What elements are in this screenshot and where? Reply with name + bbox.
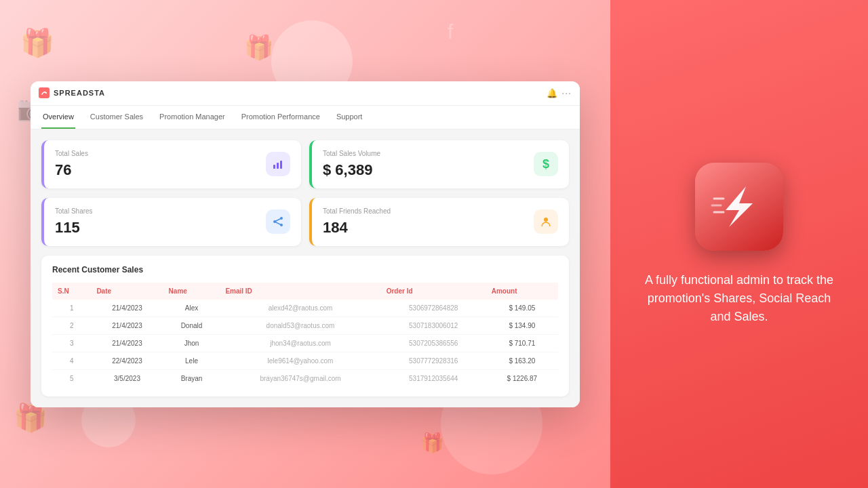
total-shares-label: Total Shares: [55, 207, 93, 215]
logo-icon: [39, 87, 50, 98]
table-title: Recent Customer Sales: [52, 265, 558, 274]
stat-card-left: Total Sales 76: [55, 150, 88, 179]
col-sn: S.N: [52, 283, 91, 300]
stat-card-left: Total Friends Reached 184: [323, 207, 391, 237]
app-window: SPREADSTA 🔔 ··· Overview Customer Sales …: [31, 81, 580, 407]
nav-tabs: Overview Customer Sales Promotion Manage…: [31, 106, 580, 129]
total-shares-value: 115: [55, 219, 93, 237]
svg-point-9: [544, 218, 548, 222]
facebook-icon: f: [448, 20, 453, 43]
cell-order-id: 5306972864828: [381, 300, 486, 317]
col-order-id: Order Id: [381, 283, 486, 300]
dollar-icon: $: [534, 152, 558, 176]
total-sales-label: Total Sales: [55, 150, 88, 157]
total-sales-card: Total Sales 76: [41, 140, 301, 188]
cell-name: Alex: [163, 300, 220, 317]
cell-name: Donald: [163, 317, 220, 334]
cell-amount: $ 1226.87: [486, 369, 558, 387]
tab-customer-sales[interactable]: Customer Sales: [89, 106, 144, 129]
cell-name: Jhon: [163, 334, 220, 352]
svg-rect-3: [280, 161, 282, 169]
table-row: 4 22/4/2023 Lele lele9614@yahoo.com 5307…: [52, 352, 558, 369]
recent-sales-table-section: Recent Customer Sales S.N Date Name Emai…: [41, 256, 569, 396]
svg-line-8: [275, 222, 281, 225]
tab-promotion-performance[interactable]: Promotion Performance: [240, 106, 321, 129]
col-date: Date: [91, 283, 163, 300]
svg-point-0: [45, 92, 47, 94]
cell-sn: 2: [52, 317, 91, 334]
cell-name: Brayan: [163, 369, 220, 387]
tab-support[interactable]: Support: [335, 106, 364, 129]
more-options-icon[interactable]: ···: [561, 87, 572, 98]
cell-email: jhon34@raotus.com: [220, 334, 380, 352]
main-content: Total Sales 76 Total Sales Volume: [31, 129, 580, 407]
table-header-row: S.N Date Name Email ID Order Id Amount: [52, 283, 558, 300]
total-sales-volume-card: Total Sales Volume $ 6,389 $: [309, 140, 569, 188]
cell-email: alexd42@raotus.com: [220, 300, 380, 317]
cell-sn: 1: [52, 300, 91, 317]
cell-sn: 5: [52, 369, 91, 387]
gift-icon: 🎁: [244, 34, 274, 62]
cell-date: 3/5/2023: [91, 369, 163, 387]
cell-email: brayan36747s@gmail.com: [220, 369, 380, 387]
tab-overview[interactable]: Overview: [41, 106, 75, 129]
col-email: Email ID: [220, 283, 380, 300]
cell-date: 21/4/2023: [91, 317, 163, 334]
col-name: Name: [163, 283, 220, 300]
bell-icon[interactable]: 🔔: [547, 88, 556, 98]
app-icon: [695, 163, 783, 251]
total-sales-volume-label: Total Sales Volume: [323, 150, 380, 157]
customer-sales-table: S.N Date Name Email ID Order Id Amount 1…: [52, 283, 558, 387]
cell-sn: 4: [52, 352, 91, 369]
right-panel: A fully functional admin to track the pr…: [610, 0, 868, 488]
svg-line-7: [275, 218, 281, 222]
sales-icon: [266, 152, 290, 176]
gift-icon: 🎁: [20, 27, 54, 59]
cell-email: donald53@raotus.com: [220, 317, 380, 334]
cell-sn: 3: [52, 334, 91, 352]
table-row: 1 21/4/2023 Alex alexd42@raotus.com 5306…: [52, 300, 558, 317]
total-sales-volume-value: $ 6,389: [323, 161, 380, 179]
svg-rect-1: [273, 165, 275, 169]
share-icon: [266, 209, 290, 234]
cell-date: 21/4/2023: [91, 300, 163, 317]
app-logo: SPREADSTA: [39, 87, 105, 98]
cell-amount: $ 163.20: [486, 352, 558, 369]
total-friends-value: 184: [323, 219, 391, 237]
title-bar-controls: 🔔 ···: [547, 87, 572, 98]
total-sales-value: 76: [55, 161, 88, 179]
cell-amount: $ 134.90: [486, 317, 558, 334]
app-name: SPREADSTA: [54, 89, 105, 97]
left-panel: 🎁 🎁 f 📷 🎁 🎁 SPREADSTA 🔔 ···: [0, 0, 610, 488]
stat-card-left: Total Shares 115: [55, 207, 93, 237]
cell-date: 22/4/2023: [91, 352, 163, 369]
total-friends-card: Total Friends Reached 184: [309, 198, 569, 246]
cell-email: lele9614@yahoo.com: [220, 352, 380, 369]
cell-name: Lele: [163, 352, 220, 369]
people-icon: [534, 209, 558, 234]
cell-order-id: 5307205386556: [381, 334, 486, 352]
cell-order-id: 5307183006012: [381, 317, 486, 334]
total-shares-card: Total Shares 115: [41, 198, 301, 246]
table-row: 3 21/4/2023 Jhon jhon34@raotus.com 53072…: [52, 334, 558, 352]
gift-icon: 🎁: [420, 432, 444, 454]
tab-promotion-manager[interactable]: Promotion Manager: [158, 106, 226, 129]
total-friends-label: Total Friends Reached: [323, 207, 391, 215]
cell-date: 21/4/2023: [91, 334, 163, 352]
title-bar: SPREADSTA 🔔 ···: [31, 81, 580, 106]
stats-row-1: Total Sales 76 Total Sales Volume: [41, 140, 569, 188]
svg-rect-2: [277, 163, 279, 169]
table-row: 5 3/5/2023 Brayan brayan36747s@gmail.com…: [52, 369, 558, 387]
col-amount: Amount: [486, 283, 558, 300]
tagline: A fully functional admin to track the pr…: [637, 271, 841, 326]
stat-card-left: Total Sales Volume $ 6,389: [323, 150, 380, 179]
stats-row-2: Total Shares 115: [41, 198, 569, 246]
table-row: 2 21/4/2023 Donald donald53@raotus.com 5…: [52, 317, 558, 334]
cell-amount: $ 710.71: [486, 334, 558, 352]
cell-order-id: 5307772928316: [381, 352, 486, 369]
cell-amount: $ 149.05: [486, 300, 558, 317]
cell-order-id: 5317912035644: [381, 369, 486, 387]
